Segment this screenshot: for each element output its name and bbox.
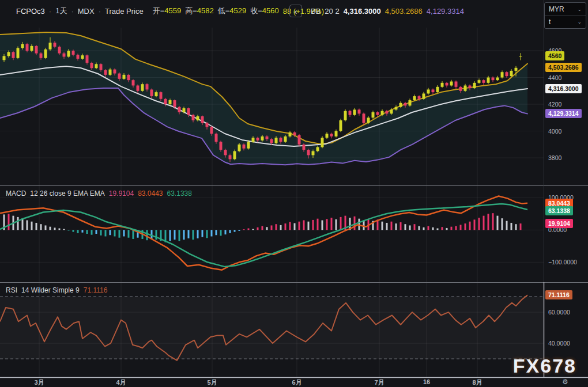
price-tick: 60.0000	[548, 309, 570, 316]
price-tick: −100.0000	[548, 259, 577, 265]
macd-legend: MACD 12 26 close 9 EMA EMA 19.9104 83.04…	[6, 188, 192, 199]
time-label: 6月	[292, 378, 301, 387]
rsi-params: 14 Wilder Simple 9	[21, 286, 80, 294]
price-tick: 3800	[548, 154, 561, 161]
time-label: 5月	[207, 378, 217, 387]
main-legend: FCPOc3 · 1天 · MDX · Trade Price 开=4559 高…	[16, 4, 324, 18]
bb-name[interactable]: BB	[311, 7, 321, 16]
price-tick: 4200	[548, 101, 561, 108]
separator: ·	[49, 7, 51, 16]
rsi-name[interactable]: RSI	[6, 286, 17, 294]
bb-upper-badge: 4,503.2686	[545, 63, 582, 72]
back-button[interactable]: ‹	[289, 5, 302, 17]
bb-lower-value: 4,129.3314	[427, 7, 464, 16]
price-type-label: Trade Price	[105, 7, 144, 16]
macd-line-value: 83.0443	[138, 189, 163, 198]
interval-label[interactable]: 1天	[55, 6, 67, 16]
price-scale[interactable]: 46004400420040003800100.00000.0000−100.0…	[544, 0, 588, 377]
macd-name[interactable]: MACD	[6, 189, 26, 198]
macd-hist-value: 19.9104	[109, 189, 134, 198]
price-tick: 4400	[548, 74, 561, 81]
exchange-label: MDX	[78, 7, 95, 16]
bb-upper-value: 4,503.2686	[385, 7, 423, 16]
time-label: 3月	[34, 378, 44, 387]
bb-legend: ‹ BB 20 2 4,316.3000 4,503.2686 4,129.33…	[289, 4, 464, 18]
price-tick: 40.0000	[548, 340, 570, 347]
open-value: 开=4559	[153, 6, 182, 16]
separator: ·	[99, 7, 101, 16]
scale-unit-selects: MYR ⌄ t ⌄	[544, 2, 586, 29]
currency-select-value: MYR	[549, 5, 564, 13]
bb-lower-badge: 4,129.3314	[545, 109, 582, 118]
chevron-down-icon: ⌄	[577, 6, 582, 12]
currency-select[interactable]: MYR ⌄	[545, 3, 586, 16]
symbol-name[interactable]: FCPOc3	[16, 7, 45, 16]
bb-basis-badge: 4,316.3000	[545, 84, 582, 93]
bb-params: 20 2	[325, 7, 339, 16]
low-value: 低=4529	[218, 6, 247, 16]
time-label: 16	[423, 378, 430, 385]
trading-chart-window: FCPOc3 · 1天 · MDX · Trade Price 开=4559 高…	[0, 0, 588, 387]
rsi-value-badge: 71.1116	[545, 290, 572, 299]
time-axis[interactable]: ⚙ 3月4月5月6月7月168月	[0, 378, 588, 387]
unit-select-value: t	[549, 18, 551, 26]
unit-select[interactable]: t ⌄	[545, 16, 586, 29]
macd-signal-value: 63.1338	[167, 189, 192, 198]
hist-value-badge: 19.9104	[545, 219, 573, 228]
signal-value-badge: 63.1338	[545, 206, 573, 215]
time-label: 4月	[116, 378, 126, 387]
time-label: 7月	[374, 378, 384, 387]
rsi-value: 71.1116	[84, 286, 108, 294]
time-label: 8月	[472, 378, 482, 387]
price-tick: 4000	[548, 128, 561, 135]
high-value: 高=4582	[185, 6, 214, 16]
macd-params: 12 26 close 9 EMA EMA	[30, 189, 104, 198]
rsi-legend: RSI 14 Wilder Simple 9 71.1116	[6, 285, 107, 295]
axis-settings-gear-icon[interactable]: ⚙	[562, 378, 568, 386]
chevron-down-icon: ⌄	[577, 19, 582, 25]
separator: ·	[71, 7, 73, 16]
last-price-badge: 4560	[545, 51, 564, 60]
close-value: 收=4560	[250, 6, 279, 16]
bb-basis-value: 4,316.3000	[344, 7, 381, 16]
